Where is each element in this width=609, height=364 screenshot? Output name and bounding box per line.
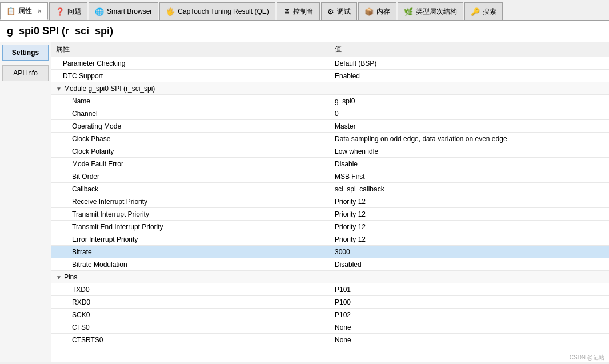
prop-label: Error Interrupt Priority bbox=[51, 233, 330, 246]
tab-typehierarchy[interactable]: 🌿类型层次结构 bbox=[398, 2, 463, 20]
prop-label: Callback bbox=[51, 183, 330, 195]
collapse-icon[interactable]: ▼ bbox=[56, 274, 62, 281]
table-row: DTC SupportEnabled bbox=[51, 70, 609, 82]
table-row: Callbacksci_spi_callback bbox=[51, 183, 609, 195]
tab-close-properties[interactable]: ✕ bbox=[37, 8, 42, 14]
prop-label: Name bbox=[51, 95, 330, 107]
prop-label: Parameter Checking bbox=[51, 57, 330, 70]
tab-debug[interactable]: ⚙调试 bbox=[321, 2, 357, 20]
tab-bar: 📋属性✕❓问题🌐Smart Browser🖐CapTouch Tuning Re… bbox=[0, 0, 609, 21]
prop-value: 0 bbox=[330, 107, 609, 120]
properties-container: 属性 值 Parameter CheckingDefault (BSP)DTC … bbox=[51, 42, 609, 362]
prop-label: Bit Order bbox=[51, 170, 330, 183]
tab-label-properties: 属性 bbox=[18, 6, 32, 16]
prop-value: Disabled bbox=[330, 258, 609, 271]
prop-value bbox=[330, 82, 609, 95]
prop-value: Priority 12 bbox=[330, 221, 609, 233]
prop-label: ▼Module g_spi0 SPI (r_sci_spi) bbox=[51, 82, 330, 95]
sidebar-btn-apiinfo[interactable]: API Info bbox=[2, 65, 49, 81]
table-row[interactable]: Bitrate3000 bbox=[51, 246, 609, 258]
table-row: TXD0P101 bbox=[51, 283, 609, 296]
prop-label: Operating Mode bbox=[51, 120, 330, 133]
table-row: SCK0P102 bbox=[51, 309, 609, 321]
tab-properties[interactable]: 📋属性✕ bbox=[0, 2, 48, 20]
prop-label: Mode Fault Error bbox=[51, 158, 330, 170]
prop-value: MSB First bbox=[330, 170, 609, 183]
tab-label-memory: 内存 bbox=[376, 7, 390, 17]
table-row: Channel0 bbox=[51, 107, 609, 120]
prop-value: P100 bbox=[330, 296, 609, 309]
table-row: Receive Interrupt PriorityPriority 12 bbox=[51, 195, 609, 208]
col-value: 值 bbox=[330, 42, 609, 57]
prop-value bbox=[330, 271, 609, 283]
tab-icon-search: 🔑 bbox=[471, 7, 480, 16]
tab-icon-memory: 📦 bbox=[364, 7, 374, 16]
tab-icon-issues: ❓ bbox=[55, 7, 65, 16]
prop-label: RXD0 bbox=[51, 296, 330, 309]
tab-label-typehierarchy: 类型层次结构 bbox=[416, 7, 457, 17]
tab-label-smartbrowser: Smart Browser bbox=[107, 7, 152, 15]
tab-icon-captouch: 🖐 bbox=[166, 7, 175, 16]
tab-console[interactable]: 🖥控制台 bbox=[277, 2, 320, 20]
table-row: Bit OrderMSB First bbox=[51, 170, 609, 183]
prop-label: Transmit Interrupt Priority bbox=[51, 208, 330, 221]
table-row: Mode Fault ErrorDisable bbox=[51, 158, 609, 170]
table-row: Bitrate ModulationDisabled bbox=[51, 258, 609, 271]
prop-label: Bitrate bbox=[51, 246, 330, 258]
prop-label: Bitrate Modulation bbox=[51, 258, 330, 271]
prop-value: P102 bbox=[330, 309, 609, 321]
table-row: RXD0P100 bbox=[51, 296, 609, 309]
table-row: Nameg_spi0 bbox=[51, 95, 609, 107]
prop-value: Default (BSP) bbox=[330, 57, 609, 70]
prop-value: Priority 12 bbox=[330, 233, 609, 246]
prop-value: Master bbox=[330, 120, 609, 133]
prop-label: TXD0 bbox=[51, 283, 330, 296]
prop-value: Disable bbox=[330, 158, 609, 170]
tab-memory[interactable]: 📦内存 bbox=[358, 2, 396, 20]
prop-value: Priority 12 bbox=[330, 195, 609, 208]
prop-label: Clock Phase bbox=[51, 133, 330, 145]
sidebar: SettingsAPI Info bbox=[0, 42, 51, 362]
table-row: CTS0None bbox=[51, 321, 609, 334]
sidebar-btn-settings[interactable]: Settings bbox=[2, 45, 49, 61]
prop-value: 3000 bbox=[330, 246, 609, 258]
table-row: Transmit End Interrupt PriorityPriority … bbox=[51, 221, 609, 233]
prop-label: SCK0 bbox=[51, 309, 330, 321]
table-row: CTSRTS0None bbox=[51, 334, 609, 346]
col-property: 属性 bbox=[51, 42, 330, 57]
prop-value: P101 bbox=[330, 283, 609, 296]
prop-label: Clock Polarity bbox=[51, 145, 330, 158]
main-layout: SettingsAPI Info 属性 值 Parameter Checking… bbox=[0, 42, 609, 362]
tab-label-captouch: CapTouch Tuning Result (QE) bbox=[178, 7, 269, 15]
tab-smartbrowser[interactable]: 🌐Smart Browser bbox=[89, 2, 158, 20]
tab-icon-properties: 📋 bbox=[6, 7, 15, 15]
prop-value: sci_spi_callback bbox=[330, 183, 609, 195]
tab-icon-typehierarchy: 🌿 bbox=[404, 7, 413, 16]
prop-value: Data sampling on odd edge, data variatio… bbox=[330, 133, 609, 145]
tab-icon-debug: ⚙ bbox=[327, 7, 334, 16]
table-row: Transmit Interrupt PriorityPriority 12 bbox=[51, 208, 609, 221]
prop-value: g_spi0 bbox=[330, 95, 609, 107]
tab-captouch[interactable]: 🖐CapTouch Tuning Result (QE) bbox=[159, 2, 275, 20]
prop-label: Transmit End Interrupt Priority bbox=[51, 221, 330, 233]
table-row: Operating ModeMaster bbox=[51, 120, 609, 133]
prop-value: None bbox=[330, 321, 609, 334]
tab-search[interactable]: 🔑搜索 bbox=[464, 2, 503, 20]
prop-label: Channel bbox=[51, 107, 330, 120]
tab-label-debug: 调试 bbox=[337, 7, 351, 17]
table-row: ▼Module g_spi0 SPI (r_sci_spi) bbox=[51, 82, 609, 95]
collapse-icon[interactable]: ▼ bbox=[56, 86, 62, 92]
properties-table: 属性 值 Parameter CheckingDefault (BSP)DTC … bbox=[51, 42, 609, 346]
table-row: ▼Pins bbox=[51, 271, 609, 283]
prop-label: ▼Pins bbox=[51, 271, 330, 283]
page-title: g_spi0 SPI (r_sci_spi) bbox=[0, 21, 609, 42]
tab-label-console: 控制台 bbox=[293, 7, 314, 17]
prop-label: DTC Support bbox=[51, 70, 330, 82]
prop-value: Low when idle bbox=[330, 145, 609, 158]
tab-icon-smartbrowser: 🌐 bbox=[95, 7, 104, 16]
tab-issues[interactable]: ❓问题 bbox=[49, 2, 87, 20]
tab-label-issues: 问题 bbox=[67, 7, 81, 17]
tab-label-search: 搜索 bbox=[483, 7, 496, 17]
prop-value: Priority 12 bbox=[330, 208, 609, 221]
prop-value: Enabled bbox=[330, 70, 609, 82]
